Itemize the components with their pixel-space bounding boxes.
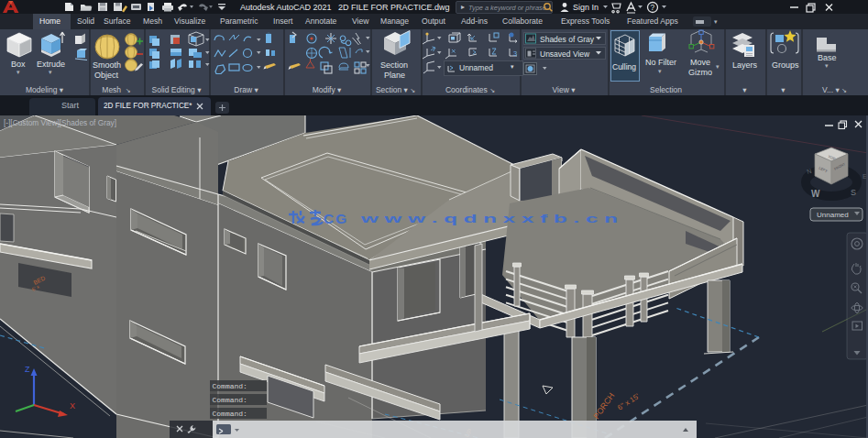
svg-text:S: S: [851, 188, 856, 197]
svg-text:[-][Custom View][Shades of Gra: [-][Custom View][Shades of Gray]: [4, 118, 116, 127]
svg-text:Command:: Command:: [213, 396, 247, 404]
svg-text:X: X: [70, 401, 75, 411]
svg-text:Command:: Command:: [213, 382, 247, 390]
svg-text:?: ?: [651, 3, 655, 12]
svg-text:Command:: Command:: [213, 410, 247, 418]
svg-text:W: W: [811, 189, 820, 199]
svg-text:Z: Z: [25, 365, 30, 374]
svg-text:3: 3: [513, 49, 517, 58]
svg-text:CG: CG: [324, 211, 348, 226]
svg-text:w w w . q d n x x f b . c n: w w w . q d n x x f b . c n: [359, 212, 618, 225]
svg-text:Unnamed: Unnamed: [817, 211, 849, 219]
